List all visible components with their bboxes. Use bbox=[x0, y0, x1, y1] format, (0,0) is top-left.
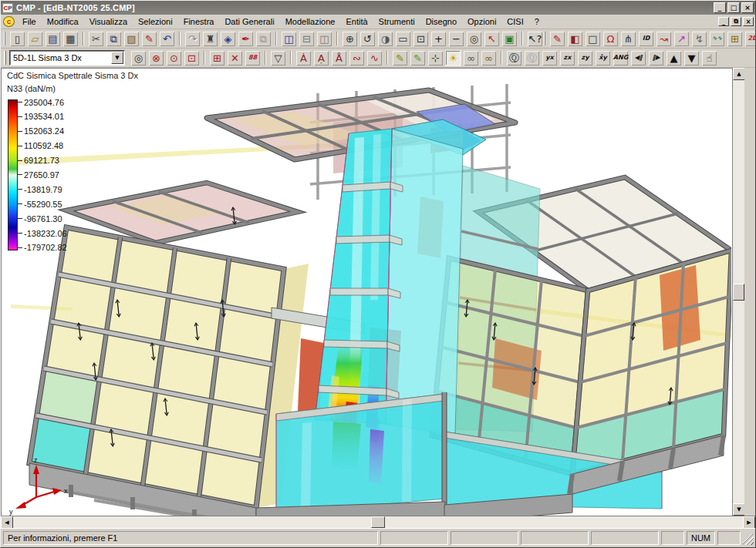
resize-grip-icon[interactable] bbox=[743, 534, 754, 545]
zoom-window-icon[interactable]: ▭ bbox=[395, 31, 411, 47]
springs-icon[interactable]: ∿∿ bbox=[709, 31, 725, 47]
apply-node-a3-icon[interactable]: Å bbox=[331, 50, 347, 66]
rotate-view-icon[interactable]: ↺ bbox=[359, 31, 376, 47]
link-beams-icon[interactable]: ∾ bbox=[349, 50, 365, 66]
cut-icon[interactable]: ✂ bbox=[88, 31, 104, 47]
view-angle-icon[interactable]: ANG bbox=[613, 50, 629, 66]
query-zoom-icon[interactable]: Ⓠ bbox=[506, 50, 522, 66]
deselect-icon[interactable]: ✕ bbox=[227, 50, 243, 66]
zoom-area-icon[interactable]: ⊙ bbox=[166, 50, 182, 66]
help-pointer-icon[interactable]: ↖? bbox=[527, 31, 543, 47]
vertical-scrollbar[interactable]: ▲ ▼ bbox=[732, 68, 744, 516]
select-grid-icon[interactable]: ⊞ bbox=[209, 50, 225, 66]
menu-file[interactable]: File bbox=[17, 15, 42, 28]
dart-icon[interactable]: ↗ bbox=[673, 31, 690, 47]
table-icon[interactable]: ⊞ bbox=[727, 31, 743, 47]
view-xy-icon[interactable]: x̽y bbox=[595, 50, 611, 66]
step-prev-icon[interactable]: ◀‖ bbox=[630, 50, 646, 66]
diagram-scale-icon[interactable]: ⊹ bbox=[427, 50, 444, 66]
copy-icon[interactable]: ⧉ bbox=[106, 31, 122, 47]
scroll-right-icon[interactable]: ▶ bbox=[743, 516, 755, 529]
load-case-combobox[interactable]: 5D-1L Sisma 3 Dx ▼ bbox=[9, 50, 125, 66]
snap-fork-icon[interactable]: ⋔ bbox=[620, 31, 636, 47]
numbering-icon[interactable]: 88 bbox=[245, 50, 261, 66]
zoom-select-icon[interactable]: ◎ bbox=[130, 50, 147, 66]
view-options-icon[interactable]: ∞ bbox=[463, 50, 479, 66]
mdi-minimize-button[interactable]: _ bbox=[718, 17, 729, 26]
annotate-pen-icon[interactable]: ✒ bbox=[238, 31, 254, 47]
model-viewport[interactable]: z x y CdC Sismica Spettrale Sisma 3 Dx N… bbox=[1, 68, 732, 516]
id-label-icon[interactable]: ID bbox=[638, 31, 654, 47]
print-icon[interactable]: ▦ bbox=[62, 31, 79, 47]
view-yx-icon[interactable]: yx bbox=[542, 50, 558, 66]
render-shade-icon[interactable]: ◑ bbox=[377, 31, 393, 47]
filter-funnel-icon[interactable]: ▽ bbox=[270, 50, 286, 66]
redo-icon[interactable]: ↷ bbox=[184, 31, 201, 47]
solid-view-icon[interactable]: ◧ bbox=[567, 31, 583, 47]
link-nodes-icon[interactable]: ∿ bbox=[366, 50, 383, 66]
menu-dati-generali[interactable]: Dati Generali bbox=[219, 15, 279, 28]
horizontal-scrollbar[interactable]: ◀ ▶ bbox=[1, 516, 755, 528]
apply-node-a2-icon[interactable]: Ạ bbox=[313, 50, 329, 66]
step-next-icon[interactable]: ‖▶ bbox=[648, 50, 664, 66]
menu-strumenti[interactable]: Strumenti bbox=[373, 15, 420, 28]
vscroll-track[interactable] bbox=[733, 80, 744, 503]
document-icon[interactable]: C bbox=[3, 16, 15, 27]
menu-help[interactable]: ? bbox=[529, 15, 545, 28]
cascade-windows-icon[interactable]: ◫ bbox=[316, 31, 332, 47]
hscroll-thumb[interactable] bbox=[371, 516, 385, 528]
menu-opzioni[interactable]: Opzioni bbox=[462, 15, 501, 28]
draw-pen-icon[interactable]: ✎ bbox=[392, 50, 408, 66]
menu-cisi[interactable]: CISI bbox=[501, 15, 528, 28]
view-zx-icon[interactable]: zx bbox=[559, 50, 575, 66]
lightbulb-icon[interactable]: ☀ bbox=[445, 50, 461, 66]
stamp-icon[interactable]: ♜ bbox=[202, 31, 218, 47]
menu-modellazione[interactable]: Modellazione bbox=[280, 15, 341, 28]
view-options2-icon[interactable]: ∞ bbox=[481, 50, 497, 66]
options-grid-icon[interactable]: ◈ bbox=[220, 31, 236, 47]
zoom-out-icon[interactable]: − bbox=[448, 31, 464, 47]
zoom-in-icon[interactable]: + bbox=[430, 31, 447, 47]
duplicate-icon[interactable]: ⧉ bbox=[255, 31, 272, 47]
vscroll-thumb[interactable] bbox=[733, 284, 744, 301]
toolbar-grip[interactable] bbox=[4, 32, 5, 45]
save-icon[interactable]: ▤ bbox=[45, 31, 61, 47]
combo-dropdown-arrow-icon[interactable]: ▼ bbox=[111, 52, 123, 64]
step-down-icon[interactable]: ▼ bbox=[683, 50, 700, 66]
scroll-left-icon[interactable]: ◀ bbox=[1, 516, 13, 529]
close-button[interactable]: × bbox=[741, 2, 754, 13]
tile-vertical-icon[interactable]: ◫ bbox=[281, 31, 297, 47]
menu-disegno[interactable]: Disegno bbox=[420, 15, 462, 28]
twod-view-icon[interactable]: 2D bbox=[744, 31, 756, 47]
paste-icon[interactable]: ▧ bbox=[123, 31, 140, 47]
new-icon[interactable]: ▯ bbox=[9, 31, 25, 47]
toolbar-grip[interactable] bbox=[4, 51, 6, 65]
scroll-up-icon[interactable]: ▲ bbox=[733, 68, 745, 80]
menu-selezioni[interactable]: Selezioni bbox=[133, 15, 178, 28]
scroll-down-icon[interactable]: ▼ bbox=[733, 503, 745, 516]
query-zoom-prev-icon[interactable]: Ⓠ bbox=[524, 50, 540, 66]
pencil-icon[interactable]: ✎ bbox=[549, 31, 565, 47]
format-painter-icon[interactable]: ✎ bbox=[141, 31, 157, 47]
entity-info-icon[interactable]: ↖ bbox=[484, 31, 500, 47]
image-export-icon[interactable]: ▣ bbox=[501, 31, 518, 47]
view-zy-icon[interactable]: zy bbox=[577, 50, 593, 66]
apply-node-a1-icon[interactable]: Ȧ bbox=[295, 50, 312, 66]
wireframe-view-icon[interactable]: □ bbox=[585, 31, 601, 47]
menu-visualizza[interactable]: Visualizza bbox=[84, 15, 133, 28]
tile-horizontal-icon[interactable]: ⊟ bbox=[299, 31, 315, 47]
open-folder-icon[interactable]: ▱ bbox=[27, 31, 43, 47]
minimize-button[interactable]: _ bbox=[714, 2, 726, 13]
mdi-restore-button[interactable]: ⧉ bbox=[731, 17, 741, 26]
toolbar-grip[interactable] bbox=[544, 32, 545, 45]
mdi-close-button[interactable]: × bbox=[743, 17, 754, 26]
step-up-icon[interactable]: ▲ bbox=[666, 50, 682, 66]
hscroll-track[interactable] bbox=[13, 516, 743, 528]
menu-finestra[interactable]: Finestra bbox=[178, 15, 220, 28]
menu-modifica[interactable]: Modifica bbox=[42, 15, 84, 28]
undo-icon[interactable]: ↶ bbox=[159, 31, 175, 47]
zoom-entity-icon[interactable]: ⊡ bbox=[184, 50, 200, 66]
maximize-button[interactable]: □ bbox=[727, 2, 740, 13]
menu-entit[interactable]: Entità bbox=[340, 15, 373, 28]
magnet-icon[interactable]: Ω bbox=[602, 31, 619, 47]
